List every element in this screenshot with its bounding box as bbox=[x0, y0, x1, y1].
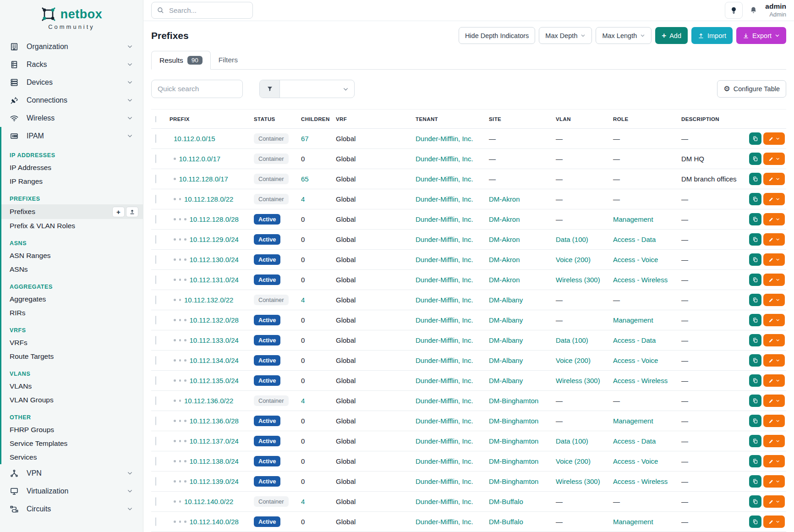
vlan-link[interactable]: Data (100) bbox=[556, 236, 588, 243]
select-all-checkbox[interactable] bbox=[155, 116, 156, 122]
site-link[interactable]: DM-Albany bbox=[489, 336, 523, 344]
tenant-link[interactable]: Dunder-Mifflin, Inc. bbox=[416, 477, 473, 485]
column-header-vrf[interactable]: VRF bbox=[336, 116, 416, 122]
role-link[interactable]: Access - Voice bbox=[613, 256, 658, 263]
site-link[interactable]: DM-Akron bbox=[489, 195, 520, 203]
row-checkbox[interactable] bbox=[155, 154, 156, 163]
sidebar-item-ip-addresses[interactable]: IP Addresses bbox=[1, 161, 143, 175]
sidebar-item-asns[interactable]: ASNs bbox=[1, 263, 143, 276]
tenant-link[interactable]: Dunder-Mifflin, Inc. bbox=[416, 498, 473, 505]
clone-prefix-button[interactable] bbox=[749, 233, 761, 246]
clone-prefix-button[interactable] bbox=[749, 395, 761, 407]
sidebar-item-devices[interactable]: Devices bbox=[0, 73, 143, 91]
role-link[interactable]: Access - Voice bbox=[613, 356, 658, 364]
clone-prefix-button[interactable] bbox=[749, 495, 761, 508]
role-link[interactable]: Access - Data bbox=[613, 437, 656, 445]
quick-search-input[interactable] bbox=[151, 80, 243, 98]
clone-prefix-button[interactable] bbox=[749, 354, 761, 367]
tenant-link[interactable]: Dunder-Mifflin, Inc. bbox=[416, 175, 473, 183]
import-button[interactable]: Import bbox=[691, 27, 733, 44]
clone-prefix-button[interactable] bbox=[749, 173, 761, 185]
tenant-link[interactable]: Dunder-Mifflin, Inc. bbox=[416, 215, 473, 223]
theme-toggle-button[interactable] bbox=[725, 2, 743, 19]
sidebar-item-asn-ranges[interactable]: ASN Ranges bbox=[1, 249, 143, 263]
sidebar-item-prefix-vlan-roles[interactable]: Prefix & VLAN Roles bbox=[1, 219, 143, 233]
add-prefix-button[interactable]: + bbox=[112, 207, 125, 217]
column-header-role[interactable]: ROLE bbox=[613, 116, 681, 122]
sidebar-item-prefixes[interactable]: Prefixes+ bbox=[1, 204, 143, 219]
sidebar-item-wireless[interactable]: Wireless bbox=[0, 109, 143, 127]
children-count[interactable]: 4 bbox=[301, 397, 305, 405]
sidebar-item-route-targets[interactable]: Route Targets bbox=[1, 350, 143, 363]
sidebar-item-vlans[interactable]: VLANs bbox=[1, 379, 143, 393]
edit-prefix-button[interactable] bbox=[763, 153, 785, 165]
clone-prefix-button[interactable] bbox=[749, 415, 761, 427]
tenant-link[interactable]: Dunder-Mifflin, Inc. bbox=[416, 417, 473, 425]
prefix-link[interactable]: 10.112.132.0/28 bbox=[190, 316, 239, 324]
site-link[interactable]: DM-Akron bbox=[489, 276, 520, 284]
prefix-link[interactable]: 10.112.140.0/22 bbox=[184, 498, 233, 505]
prefix-link[interactable]: 10.112.136.0/28 bbox=[190, 417, 239, 425]
site-link[interactable]: DM-Binghamton bbox=[489, 457, 538, 465]
prefix-link[interactable]: 10.112.131.0/24 bbox=[190, 276, 239, 284]
vlan-link[interactable]: Wireless (300) bbox=[556, 377, 600, 384]
role-link[interactable]: Access - Voice bbox=[613, 457, 658, 465]
column-header-site[interactable]: SITE bbox=[489, 116, 556, 122]
tenant-link[interactable]: Dunder-Mifflin, Inc. bbox=[416, 397, 473, 405]
prefix-link[interactable]: 10.112.135.0/24 bbox=[190, 377, 239, 384]
row-checkbox[interactable] bbox=[155, 497, 156, 506]
row-checkbox[interactable] bbox=[155, 195, 156, 203]
edit-prefix-button[interactable] bbox=[763, 475, 785, 488]
role-link[interactable]: Management bbox=[613, 417, 653, 425]
column-header-tenant[interactable]: TENANT bbox=[416, 116, 489, 122]
children-count[interactable]: 65 bbox=[301, 175, 309, 183]
edit-prefix-button[interactable] bbox=[763, 334, 785, 346]
vlan-link[interactable]: Data (100) bbox=[556, 437, 588, 445]
prefix-link[interactable]: 10.112.0.0/17 bbox=[179, 155, 221, 163]
row-checkbox[interactable] bbox=[155, 376, 156, 385]
clone-prefix-button[interactable] bbox=[749, 516, 761, 528]
sidebar-item-aggregates[interactable]: Aggregates bbox=[1, 292, 143, 306]
notifications-bell-icon[interactable] bbox=[749, 6, 758, 15]
clone-prefix-button[interactable] bbox=[749, 314, 761, 326]
role-link[interactable]: Management bbox=[613, 316, 653, 324]
prefix-link[interactable]: 10.112.139.0/24 bbox=[190, 477, 239, 485]
edit-prefix-button[interactable] bbox=[763, 193, 785, 205]
clone-prefix-button[interactable] bbox=[749, 294, 761, 306]
clone-prefix-button[interactable] bbox=[749, 455, 761, 467]
sidebar-item-vpn[interactable]: VPN bbox=[0, 464, 143, 482]
tab-filters[interactable]: Filters bbox=[211, 51, 246, 69]
tenant-link[interactable]: Dunder-Mifflin, Inc. bbox=[416, 377, 473, 384]
clone-prefix-button[interactable] bbox=[749, 193, 761, 205]
prefix-link[interactable]: 10.112.132.0/22 bbox=[184, 296, 233, 304]
row-checkbox[interactable] bbox=[155, 356, 156, 365]
prefix-link[interactable]: 10.112.140.0/28 bbox=[190, 518, 239, 526]
tenant-link[interactable]: Dunder-Mifflin, Inc. bbox=[416, 256, 473, 263]
row-checkbox[interactable] bbox=[155, 215, 156, 224]
configure-table-button[interactable]: ⚙ Configure Table bbox=[717, 80, 786, 98]
prefix-link[interactable]: 10.112.128.0/22 bbox=[184, 195, 233, 203]
site-link[interactable]: DM-Binghamton bbox=[489, 477, 538, 485]
sidebar-item-ip-ranges[interactable]: IP Ranges bbox=[1, 175, 143, 188]
tenant-link[interactable]: Dunder-Mifflin, Inc. bbox=[416, 155, 473, 163]
prefix-link[interactable]: 10.112.133.0/24 bbox=[190, 336, 239, 344]
clone-prefix-button[interactable] bbox=[749, 153, 761, 165]
edit-prefix-button[interactable] bbox=[763, 354, 785, 367]
edit-prefix-button[interactable] bbox=[763, 314, 785, 326]
row-checkbox[interactable] bbox=[155, 457, 156, 466]
tenant-link[interactable]: Dunder-Mifflin, Inc. bbox=[416, 236, 473, 243]
clone-prefix-button[interactable] bbox=[749, 374, 761, 387]
prefix-link[interactable]: 10.112.128.0/28 bbox=[190, 215, 239, 223]
tenant-link[interactable]: Dunder-Mifflin, Inc. bbox=[416, 336, 473, 344]
clone-prefix-button[interactable] bbox=[749, 334, 761, 346]
hide-depth-indicators-button[interactable]: Hide Depth Indicators bbox=[459, 27, 535, 44]
row-checkbox[interactable] bbox=[155, 296, 156, 304]
role-link[interactable]: Management bbox=[613, 518, 653, 526]
column-header-prefix[interactable]: PREFIX bbox=[170, 116, 254, 122]
tenant-link[interactable]: Dunder-Mifflin, Inc. bbox=[416, 356, 473, 364]
edit-prefix-button[interactable] bbox=[763, 516, 785, 528]
children-count[interactable]: 4 bbox=[301, 296, 305, 304]
sidebar-item-organization[interactable]: Organization bbox=[0, 38, 143, 55]
site-link[interactable]: DM-Albany bbox=[489, 296, 523, 304]
edit-prefix-button[interactable] bbox=[763, 374, 785, 387]
